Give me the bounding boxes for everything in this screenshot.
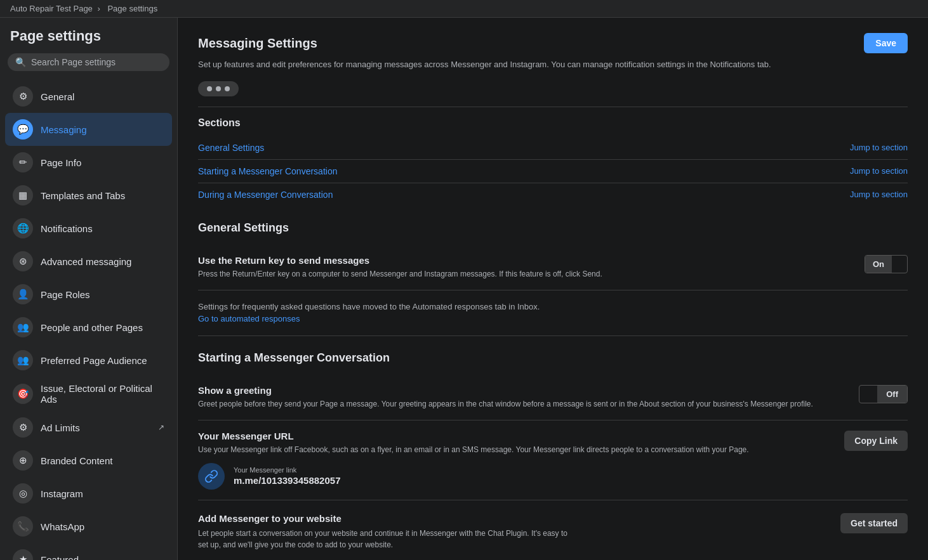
toggle-on-button[interactable]: On [865, 256, 892, 273]
jump-to-general-settings[interactable]: Jump to section [850, 143, 908, 152]
nav-label-branded-content: Branded Content [41, 455, 164, 466]
messenger-url-label: Your Messenger link [234, 466, 341, 474]
return-key-toggle[interactable]: On [865, 255, 908, 273]
sections-heading: Sections [198, 117, 908, 129]
show-greeting-desc: Greet people before they send your Page … [198, 398, 849, 410]
sidebar-item-instagram[interactable]: ◎Instagram [5, 477, 172, 510]
nav-label-ad-limits: Ad Limits [41, 422, 150, 433]
breadcrumb: Auto Repair Test Page › Page settings [0, 0, 928, 18]
sidebar-item-preferred-audience[interactable]: 👥Preferred Page Audience [5, 344, 172, 377]
sidebar-item-templates[interactable]: ▦Templates and Tabs [5, 179, 172, 212]
panel-title: Messaging Settings [198, 36, 317, 51]
automated-note-text: Settings for frequently asked questions … [198, 302, 540, 311]
automated-note: Settings for frequently asked questions … [198, 290, 908, 336]
sidebar-item-issue-ads[interactable]: 🎯Issue, Electoral or Political Ads [5, 377, 172, 411]
sidebar-item-notifications[interactable]: 🌐Notifications [5, 212, 172, 245]
nav-label-whatsapp: WhatsApp [41, 521, 164, 532]
nav-label-advanced-messaging: Advanced messaging [41, 256, 164, 267]
jump-to-starting-conversation[interactable]: Jump to section [850, 166, 908, 176]
return-key-setting: Use the Return key to send messages Pres… [198, 245, 908, 290]
sidebar-item-general[interactable]: ⚙General [5, 80, 172, 113]
breadcrumb-page-link[interactable]: Auto Repair Test Page [10, 4, 93, 13]
nav-icon-advanced-messaging: ⊛ [13, 251, 33, 271]
dot-3 [225, 86, 230, 91]
sidebar-item-featured[interactable]: ★Featured [5, 543, 172, 560]
section-starting-conversation-link[interactable]: Starting a Messenger Conversation [198, 166, 337, 176]
loading-indicator [198, 81, 239, 96]
nav-label-people-pages: People and other Pages [41, 322, 164, 333]
messenger-url-text: Your Messenger link m.me/101339345882057 [234, 466, 341, 486]
messenger-url-info: Your Messenger URL Use your Messenger li… [198, 431, 834, 490]
nav-label-notifications: Notifications [41, 223, 164, 234]
sidebar-item-advanced-messaging[interactable]: ⊛Advanced messaging [5, 245, 172, 278]
section-row-1: General Settings Jump to section [198, 136, 908, 160]
messenger-url-desc: Use your Messenger link off Facebook, su… [198, 444, 834, 455]
sidebar-item-page-roles[interactable]: 👤Page Roles [5, 278, 172, 311]
general-settings-section: General Settings Use the Return key to s… [198, 221, 908, 336]
show-greeting-info: Show a greeting Greet people before they… [198, 385, 849, 410]
nav-icon-notifications: 🌐 [13, 218, 33, 238]
search-input[interactable] [31, 57, 162, 67]
sidebar-nav: ⚙General💬Messaging✏Page Info▦Templates a… [0, 77, 177, 560]
breadcrumb-section: Page settings [107, 4, 157, 13]
sidebar-item-people-pages[interactable]: 👥People and other Pages [5, 311, 172, 344]
divider-1 [198, 107, 908, 107]
add-messenger-header: Add Messenger to your website Let people… [198, 513, 908, 550]
sidebar-item-ad-limits[interactable]: ⚙Ad Limits↗ [5, 411, 172, 444]
starting-conversation-title: Starting a Messenger Conversation [198, 351, 908, 365]
dot-1 [207, 86, 212, 91]
greeting-off-button[interactable]: Off [877, 386, 907, 403]
sidebar-item-whatsapp[interactable]: 📞WhatsApp [5, 510, 172, 543]
nav-icon-page-roles: 👤 [13, 284, 33, 304]
show-greeting-setting: Show a greeting Greet people before they… [198, 375, 908, 420]
nav-label-preferred-audience: Preferred Page Audience [41, 355, 164, 366]
nav-icon-page-info: ✏ [13, 152, 33, 173]
search-box[interactable]: 🔍 [8, 53, 169, 71]
get-started-button[interactable]: Get started [840, 513, 908, 533]
messenger-url-section: Your Messenger URL Use your Messenger li… [198, 420, 908, 500]
right-panel: Messaging Settings Save Set up features … [178, 18, 928, 560]
add-messenger-title: Add Messenger to your website [198, 513, 579, 524]
section-during-conversation-link[interactable]: During a Messenger Conversation [198, 190, 333, 200]
jump-to-during-conversation[interactable]: Jump to section [850, 190, 908, 199]
dot-2 [216, 86, 221, 91]
nav-icon-preferred-audience: 👥 [13, 350, 33, 370]
messenger-url-title: Your Messenger URL [198, 431, 834, 441]
messenger-link-icon [198, 463, 225, 490]
greeting-on-button[interactable] [859, 390, 877, 398]
sidebar-item-messaging[interactable]: 💬Messaging [5, 113, 172, 146]
nav-icon-ad-limits: ⚙ [13, 417, 33, 438]
show-greeting-toggle[interactable]: Off [859, 385, 908, 403]
add-messenger-info: Add Messenger to your website Let people… [198, 513, 579, 550]
section-row-2: Starting a Messenger Conversation Jump t… [198, 160, 908, 183]
nav-icon-messaging: 💬 [13, 119, 33, 140]
nav-label-issue-ads: Issue, Electoral or Political Ads [41, 383, 164, 405]
general-settings-title: General Settings [198, 221, 908, 235]
automated-responses-link[interactable]: Go to automated responses [198, 314, 300, 323]
add-messenger-desc: Let people start a conversation on your … [198, 528, 579, 550]
sections-list: General Settings Jump to section Startin… [198, 136, 908, 206]
save-button[interactable]: Save [864, 33, 908, 53]
copy-link-button[interactable]: Copy Link [844, 431, 908, 451]
nav-label-templates: Templates and Tabs [41, 190, 164, 201]
nav-label-page-info: Page Info [41, 157, 164, 168]
nav-label-general: General [41, 91, 164, 102]
external-link-icon-ad-limits: ↗ [158, 423, 164, 432]
sidebar-item-page-info[interactable]: ✏Page Info [5, 146, 172, 179]
section-row-3: During a Messenger Conversation Jump to … [198, 183, 908, 206]
nav-label-messaging: Messaging [41, 124, 164, 135]
nav-icon-people-pages: 👥 [13, 317, 33, 337]
nav-label-featured: Featured [41, 554, 164, 561]
return-key-desc: Press the Return/Enter key on a computer… [198, 268, 854, 280]
show-greeting-label: Show a greeting [198, 385, 849, 396]
toggle-off-button[interactable] [892, 260, 907, 268]
starting-conversation-section: Starting a Messenger Conversation Show a… [198, 351, 908, 561]
panel-header: Messaging Settings Save [198, 18, 908, 58]
section-general-settings-link[interactable]: General Settings [198, 143, 264, 153]
nav-icon-general: ⚙ [13, 86, 33, 107]
sidebar-item-branded-content[interactable]: ⊕Branded Content [5, 444, 172, 477]
return-key-info: Use the Return key to send messages Pres… [198, 255, 854, 280]
nav-icon-branded-content: ⊕ [13, 450, 33, 471]
messenger-url-display: Your Messenger link m.me/101339345882057 [198, 463, 834, 490]
add-messenger-section: Add Messenger to your website Let people… [198, 500, 908, 561]
